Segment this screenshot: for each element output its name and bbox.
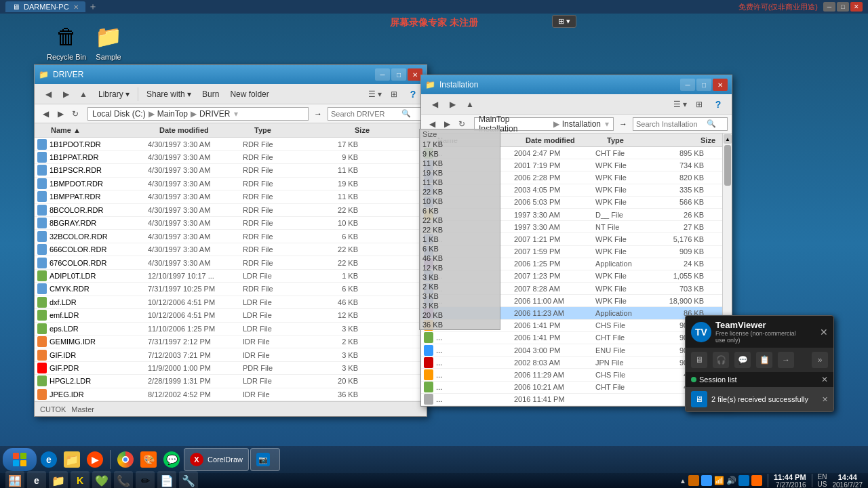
split-view-btn[interactable]: ⊞ bbox=[386, 87, 402, 102]
table-row[interactable]: ... 2006 11:29 AM CHS File 44 KB bbox=[421, 369, 722, 381]
tray-network-icon[interactable]: 📶 bbox=[714, 476, 724, 485]
table-row[interactable]: CMYK.RDR 7/31/1997 10:25 PM RDR File 6 K… bbox=[35, 283, 427, 296]
table-row[interactable]: 1B1PPAT.RDR 4/30/1997 3:30 AM RDR File 9… bbox=[35, 151, 427, 164]
table-row[interactable]: JPEG.IDR 8/12/2002 4:52 PM IDR File 36 K… bbox=[35, 388, 427, 401]
table-row[interactable]: 1B1PDOT.RDR 4/30/1997 3:30 AM RDR File 1… bbox=[35, 138, 427, 150]
forward-btn[interactable]: ▶ bbox=[58, 87, 74, 102]
bottom-windows-icon[interactable]: 🪟 bbox=[5, 471, 24, 488]
taskbar-chrome-icon[interactable] bbox=[115, 449, 136, 470]
clock-display[interactable]: 11:44 PM 7/27/2016 bbox=[774, 473, 806, 489]
table-row[interactable]: ... 2006 1:41 PM CHT File 901 KB bbox=[421, 332, 722, 344]
tv-close-btn[interactable]: ✕ bbox=[820, 327, 828, 338]
table-row[interactable]: HPGL2.LDR 2/28/1999 1:31 PM LDR File 20 … bbox=[35, 375, 427, 388]
tv-chat-icon[interactable]: 💬 bbox=[734, 352, 751, 368]
table-row[interactable]: ... 2006 10:21 AM CHT File 44 KB bbox=[421, 382, 722, 394]
tv-headphone-icon[interactable]: 🎧 bbox=[713, 352, 729, 368]
win2-minimize-btn[interactable]: ─ bbox=[680, 79, 695, 91]
taskbar-ie-icon[interactable]: e bbox=[38, 449, 60, 470]
burn-btn[interactable]: Burn bbox=[198, 88, 223, 100]
table-row[interactable]: GIF.IDR 7/12/2003 7:21 PM IDR File 3 KB bbox=[35, 348, 427, 361]
help-btn[interactable]: ? bbox=[405, 87, 421, 102]
taskbar-item-coreldraw[interactable]: X CorelDraw bbox=[184, 448, 249, 471]
tv-clipboard-icon[interactable]: 📋 bbox=[756, 352, 772, 368]
table-row[interactable]: 1BMPDOT.RDR 4/30/1997 3:30 AM RDR File 1… bbox=[35, 178, 427, 190]
table-row[interactable]: 1BMPPAT.RDR 4/30/1997 3:30 AM RDR File 1… bbox=[35, 190, 427, 203]
table-row[interactable]: 8BGRAY.RDR 4/30/1997 3:30 AM RDR File 10… bbox=[35, 217, 427, 230]
win1-address-path[interactable]: Local Disk (C:) ▶ MainTop ▶ DRIVER ▾ bbox=[87, 107, 309, 121]
tray-icon-3[interactable] bbox=[738, 475, 749, 486]
table-row[interactable]: GIF.PDR 11/9/2000 1:00 PM PDR File 3 KB bbox=[35, 362, 427, 375]
kb-lang-display[interactable]: EN US bbox=[818, 473, 827, 488]
table-row[interactable]: eps.LDR 11/10/2006 1:25 PM LDR File 3 KB bbox=[35, 323, 427, 336]
table-row[interactable]: emf.LDR 10/12/2006 4:51 PM LDR File 12 K… bbox=[35, 309, 427, 322]
taskbar-media-icon[interactable]: ▶ bbox=[84, 449, 106, 470]
table-row[interactable]: ... 2004 3:00 PM ENU File 901 KB bbox=[421, 344, 722, 357]
scroll-thumb[interactable] bbox=[724, 145, 731, 186]
win2-col-header-date[interactable]: Date modified bbox=[526, 136, 607, 144]
win2-help-btn[interactable]: ? bbox=[710, 97, 726, 112]
sample-icon[interactable]: 📁 Sample bbox=[81, 20, 136, 61]
up-btn[interactable]: ▲ bbox=[75, 87, 92, 102]
col-header-type[interactable]: Type bbox=[254, 126, 322, 134]
tv-session-bar[interactable]: Session list ✕ bbox=[686, 372, 833, 387]
table-row[interactable]: dxf.LDR 10/12/2006 4:51 PM LDR File 46 K… bbox=[35, 296, 427, 309]
table-row[interactable]: 8BCOLOR.RDR 4/30/1997 3:30 AM RDR File 2… bbox=[35, 204, 427, 217]
win2-go-btn[interactable]: → bbox=[616, 117, 630, 131]
win1-search-input[interactable] bbox=[331, 110, 399, 118]
col-header-date[interactable]: Date modified bbox=[159, 126, 254, 134]
win1-search-icon[interactable]: 🔍 bbox=[401, 109, 411, 118]
col-header-name[interactable]: Name ▲ bbox=[51, 126, 159, 134]
table-row[interactable]: ... 2002 8:03 AM JPN File 901 KB bbox=[421, 357, 722, 369]
win2-back-btn[interactable]: ◀ bbox=[427, 97, 443, 112]
browser-minimize-btn[interactable]: ─ bbox=[823, 2, 835, 12]
tray-volume-icon[interactable]: 🔊 bbox=[726, 476, 736, 485]
scroll-up-btn[interactable]: ▲ bbox=[724, 134, 732, 144]
bottom-skype-icon[interactable]: 📞 bbox=[114, 471, 133, 488]
win2-search-input[interactable] bbox=[636, 120, 704, 128]
taskbar-paint-icon[interactable]: 🎨 bbox=[138, 449, 159, 470]
table-row[interactable]: 676COLOR.RDR 4/30/1997 3:30 AM RDR File … bbox=[35, 256, 427, 269]
table-row[interactable]: 1B1PSCR.RDR 4/30/1997 3:30 AM RDR File 1… bbox=[35, 164, 427, 177]
win2-search-icon[interactable]: 🔍 bbox=[707, 119, 716, 128]
tab-close-btn[interactable]: ✕ bbox=[73, 3, 79, 11]
col-header-size[interactable]: Size bbox=[322, 126, 370, 134]
tv-chevron-icon[interactable]: » bbox=[812, 352, 828, 368]
share-with-btn[interactable]: Share with ▾ bbox=[142, 88, 195, 100]
path-dropdown-arrow[interactable]: ▾ bbox=[234, 109, 238, 119]
tv-notify-close-btn[interactable]: ✕ bbox=[822, 395, 828, 404]
bottom-folder-icon[interactable]: 📁 bbox=[49, 471, 68, 488]
tray-icon-2[interactable] bbox=[701, 475, 712, 486]
bottom-pdf-icon[interactable]: 📄 bbox=[157, 471, 176, 488]
bottom-tool-icon[interactable]: 🔧 bbox=[179, 471, 198, 488]
tray-expand-btn[interactable]: ▲ bbox=[679, 477, 686, 485]
view-switcher[interactable]: ⊞ ▾ bbox=[552, 15, 576, 28]
active-tab[interactable]: 🖥 DARMEN-PC ✕ bbox=[5, 1, 85, 12]
tray-icon-1[interactable] bbox=[688, 475, 699, 486]
win2-maximize-btn[interactable]: □ bbox=[696, 79, 711, 91]
win2-close-btn[interactable]: ✕ bbox=[713, 79, 728, 91]
tv-monitor-icon[interactable]: 🖥 bbox=[691, 352, 707, 368]
start-button[interactable] bbox=[3, 448, 37, 471]
new-tab-btn[interactable]: ＋ bbox=[88, 1, 98, 13]
win1-fwd-btn[interactable]: ▶ bbox=[54, 106, 67, 121]
taskbar-explorer-icon[interactable]: 📁 bbox=[61, 449, 83, 470]
view-options-btn[interactable]: ☰ ▾ bbox=[367, 87, 383, 102]
back-btn[interactable]: ◀ bbox=[40, 87, 56, 102]
win2-path-dropdown[interactable]: ▾ bbox=[605, 119, 609, 129]
bottom-wechat-icon[interactable]: 💚 bbox=[92, 471, 111, 488]
bottom-corel-icon[interactable]: ✏ bbox=[136, 471, 155, 488]
browser-close-btn[interactable]: ✕ bbox=[850, 2, 863, 12]
win2-up-btn[interactable]: ▲ bbox=[462, 97, 478, 112]
browser-maximize-btn[interactable]: □ bbox=[837, 2, 849, 12]
win1-search-box[interactable]: 🔍 bbox=[328, 107, 422, 121]
win2-fwd-btn[interactable]: ▶ bbox=[444, 97, 460, 112]
library-btn[interactable]: Library ▾ bbox=[94, 88, 134, 100]
tv-session-expand-btn[interactable]: ✕ bbox=[821, 375, 828, 384]
win2-split-view[interactable]: ⊞ bbox=[691, 97, 707, 112]
win1-minimize-btn[interactable]: ─ bbox=[375, 68, 390, 81]
win2-col-header-type[interactable]: Type bbox=[607, 136, 668, 144]
win1-go-btn[interactable]: → bbox=[311, 107, 325, 121]
win2-col-header-size[interactable]: Size bbox=[668, 136, 715, 144]
bottom-k-icon[interactable]: K bbox=[71, 471, 90, 488]
new-folder-btn[interactable]: New folder bbox=[226, 88, 273, 100]
